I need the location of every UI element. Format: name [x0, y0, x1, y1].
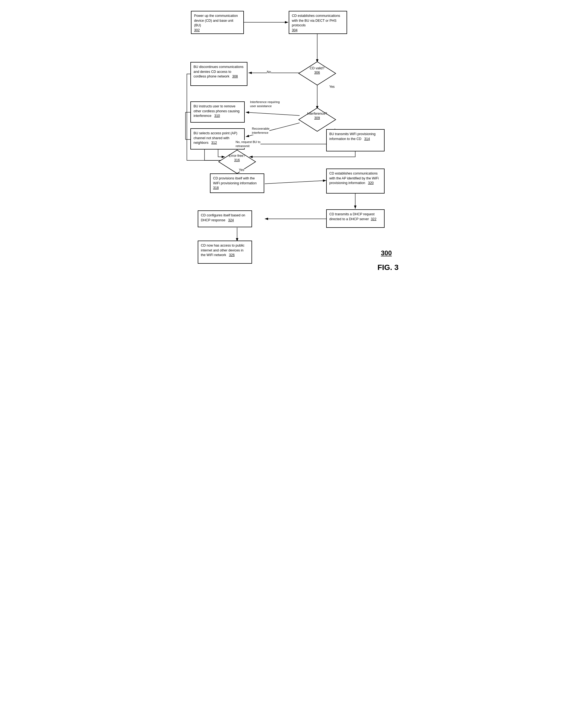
diamond-309: Interference? 309 — [298, 107, 336, 132]
box-324-text: CD configures itself based on DHCP respo… — [201, 214, 245, 222]
box-310: BU instructs user to remove other cordle… — [190, 101, 245, 123]
diamond-306-label: CD valid? — [310, 66, 324, 70]
box-302-ref: 302 — [194, 28, 200, 33]
fig-300: 300 — [381, 249, 392, 257]
label-recoverable: Recoverableinterference — [252, 127, 270, 135]
box-320-ref: 320 — [368, 181, 374, 186]
box-326-ref: 326 — [229, 253, 235, 258]
box-318: CD provisions itself with the WiFi provi… — [210, 174, 264, 193]
diamond-306: CD valid? 306 — [298, 61, 336, 86]
diamond-306-ref: 306 — [314, 71, 320, 75]
label-no-retransmit: No, request BU toretransmit — [236, 140, 260, 148]
label-no-306: No — [267, 70, 271, 74]
box-322: CD transmits a DHCP request directed to … — [326, 209, 384, 228]
diamond-316: Error-free? 316 — [218, 149, 256, 174]
box-324: CD configures itself based on DHCP respo… — [198, 210, 252, 227]
box-304-ref: 304 — [292, 28, 298, 33]
box-322-text: CD transmits a DHCP request directed to … — [330, 212, 375, 221]
box-326: CD now has access to public internet and… — [198, 241, 252, 264]
box-302: Power up the communication device (CD) a… — [191, 11, 244, 34]
box-322-ref: 322 — [371, 217, 376, 222]
diamond-309-label: Interference? — [307, 112, 327, 116]
box-308-ref: 308 — [232, 74, 238, 79]
svg-line-5 — [246, 112, 299, 116]
box-312-ref: 312 — [211, 141, 217, 145]
diamond-316-ref: 316 — [234, 158, 240, 162]
box-308: BU discontinues communications and denie… — [190, 62, 247, 86]
box-318-ref: 318 — [213, 186, 219, 190]
box-310-ref: 310 — [214, 114, 220, 119]
diamond-316-label: Error-free? — [229, 154, 245, 158]
diagram-container: Power up the communication device (CD) a… — [183, 5, 405, 280]
box-324-ref: 324 — [228, 218, 234, 223]
box-302-text: Power up the communication device (CD) a… — [194, 14, 238, 27]
box-318-text: CD provisions itself with the WiFi provi… — [213, 177, 257, 185]
box-304: CD establishes communications with the B… — [289, 11, 347, 34]
box-326-text: CD now has access to public internet and… — [201, 244, 245, 257]
label-yes-306: Yes — [330, 85, 335, 88]
label-yes-316: Yes — [239, 168, 245, 172]
label-interference-user: Interference requiringuser assistance — [250, 100, 280, 108]
box-314: BU transmits WiFi provisioning informati… — [326, 129, 384, 152]
fig-label: FIG. 3 — [378, 263, 399, 272]
box-314-ref: 314 — [364, 137, 370, 142]
diamond-309-ref: 309 — [314, 116, 320, 120]
box-320: CD establishes communications with the A… — [326, 168, 384, 194]
box-304-text: CD establishes communications with the B… — [292, 14, 340, 27]
svg-line-13 — [265, 181, 326, 184]
